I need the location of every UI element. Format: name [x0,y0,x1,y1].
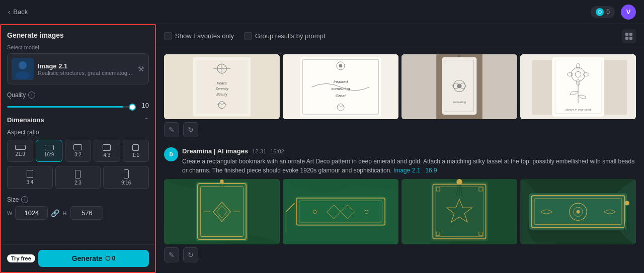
aspect-ratio-label: Aspect ratio [7,129,149,136]
aspect-ratio-grid-row2: 3:4 2:3 9:16 [7,166,149,189]
svg-rect-43 [196,182,248,241]
aspect-btn-3x4[interactable]: 3:4 [7,166,53,189]
refresh-button-1[interactable]: ↻ [183,122,198,137]
generate-credits-count: 0 [112,255,115,262]
prompt-ratio-tag: 16:9 [425,167,437,174]
grid-view-icon[interactable] [622,29,636,43]
image-card-7[interactable] [401,179,517,244]
sidebar-inner: Generate images Select model Image 2.1 R… [1,25,155,244]
refresh-button-2[interactable]: ↻ [183,247,198,262]
generate-row: Try free Generate ⬡ 0 [1,244,155,272]
generate-button[interactable]: Generate ⬡ 0 [38,250,149,267]
image-card-4[interactable]: always in your heart [520,54,636,119]
svg-text:something: something [453,101,466,104]
group-results-toggle[interactable]: Group results by prompt [244,32,325,40]
edit-button-2[interactable]: ✎ [164,247,179,262]
aspect-icon-3x4 [27,170,33,178]
size-row: W 🔗 H [7,206,149,220]
group-results-label: Group results by prompt [255,32,325,40]
aspect-icon-16x9 [45,145,54,150]
image-strip-2 [164,179,636,244]
svg-text:Great: Great [336,94,346,98]
dimensions-header: Dimensions ⌃ [7,116,149,124]
main-layout: Generate images Select model Image 2.1 R… [0,24,644,273]
prompt-content: Dreamina | AI images 12-31 16:02 Create … [182,147,636,175]
aspect-btn-3x2[interactable]: 3:2 [65,140,91,162]
aspect-icon-3x2 [73,144,82,150]
credits-icon: ⬡ [596,8,604,16]
height-input[interactable] [70,206,103,220]
width-input[interactable] [15,206,48,220]
size-info-icon[interactable]: i [21,196,28,203]
prompt-text: Create a rectangular bookmark with an or… [182,157,636,175]
quality-slider[interactable] [7,106,136,108]
credits-count: 0 [606,9,610,16]
avatar[interactable]: V [621,5,636,20]
avatar-initials: V [626,8,631,16]
action-bar-2: ✎ ↻ [164,247,636,262]
topbar: ‹ Back ⬡ 0 V [0,0,644,24]
svg-text:Serenity: Serenity [215,87,228,91]
link-icon[interactable]: 🔗 [51,209,59,217]
group-results-checkbox[interactable] [244,32,252,40]
back-button[interactable]: ‹ Back [8,8,28,16]
aspect-btn-21x9[interactable]: 21:9 [7,140,33,162]
aspect-icon-21x9 [15,145,26,150]
model-description: Realistic structures, great cinematog... [38,70,134,76]
content-area: Show Favorites only Group results by pro… [156,24,644,273]
size-label: Size [7,196,19,203]
quality-value: 10 [140,102,149,109]
aspect-btn-1x1[interactable]: 1:1 [123,140,149,162]
model-selector[interactable]: Image 2.1 Realistic structures, great ci… [7,53,149,84]
show-favorites-checkbox[interactable] [164,32,172,40]
prompt-avatar: D [164,147,178,161]
image-card-2[interactable]: Inspired something Great [283,54,398,119]
svg-point-75 [456,179,462,185]
edit-button-1[interactable]: ✎ [164,122,179,137]
svg-rect-1 [629,33,632,36]
model-thumb-inner [12,58,34,80]
select-model-label: Select model [7,44,149,50]
svg-point-18 [339,64,343,67]
aspect-btn-2x3[interactable]: 2:3 [55,166,101,189]
svg-text:Inspired: Inspired [334,79,348,84]
svg-text:always in your heart: always in your heart [566,108,591,111]
dimensions-chevron-icon[interactable]: ⌃ [144,117,149,124]
tune-icon[interactable]: ⚒ [138,65,144,73]
svg-rect-50 [220,180,224,185]
model-info: Image 2.1 Realistic structures, great ci… [38,62,134,76]
aspect-btn-4x3[interactable]: 4:3 [94,140,120,162]
show-favorites-label: Show Favorites only [175,32,234,40]
image-card-5[interactable] [164,179,280,244]
width-label: W [7,210,12,216]
aspect-btn-9x16[interactable]: 9:16 [103,166,149,189]
image-card-1[interactable]: Peace Serenity Beauty [164,54,280,119]
action-bar-1: ✎ ↻ [164,122,636,137]
try-free-badge: Try free [7,254,35,262]
images-scroll[interactable]: Peace Serenity Beauty [156,48,644,273]
size-label-row: Size i [7,196,149,203]
show-favorites-toggle[interactable]: Show Favorites only [164,32,234,40]
svg-rect-0 [625,33,628,36]
aspect-btn-16x9[interactable]: 16:9 [36,140,62,162]
model-thumbnail [12,58,34,80]
svg-point-86 [625,201,629,206]
sidebar-title: Generate images [7,31,149,39]
quality-slider-container [7,102,136,109]
svg-rect-3 [629,37,632,40]
prompt-meta: Dreamina | AI images 12-31 16:02 [182,147,636,155]
dimensions-title: Dimensions [7,116,44,124]
credits-icon-btn: ⬡ [105,255,110,262]
aspect-icon-9x16 [124,169,129,178]
topbar-right: ⬡ 0 V [591,5,636,20]
quality-label: Quality [7,92,26,99]
svg-text:Beauty: Beauty [216,93,227,97]
image-card-3[interactable]: something [401,54,517,119]
back-label: Back [13,8,28,16]
generate-label: Generate [72,254,103,262]
aspect-icon-4x3 [103,144,111,151]
image-card-8[interactable] [520,179,636,244]
image-card-6[interactable] [283,179,398,244]
content-toolbar: Show Favorites only Group results by pro… [156,24,644,48]
quality-info-icon[interactable]: i [28,92,35,99]
